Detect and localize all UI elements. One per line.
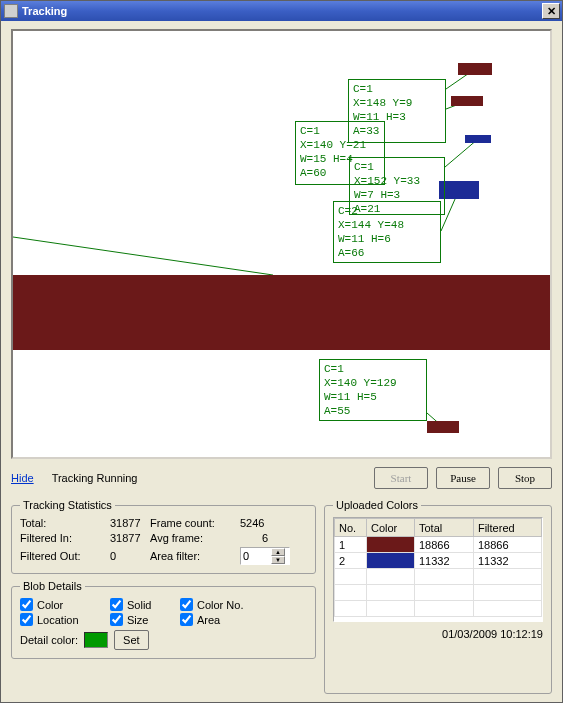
cell-filtered: 11332 — [473, 553, 541, 569]
tracking-canvas: C=1X=148 Y=9W=11 H=3A=33C=1X=140 Y=21W=1… — [11, 29, 552, 459]
pause-button[interactable]: Pause — [436, 467, 490, 489]
detail-color-swatch[interactable] — [84, 632, 108, 648]
cell-color-swatch — [367, 553, 415, 569]
blob-blue — [465, 135, 491, 143]
blob-details-panel: Blob Details Color Solid Color No. Locat… — [11, 580, 316, 659]
chk-colorno-box[interactable] — [180, 598, 193, 611]
chk-size[interactable]: Size — [110, 613, 180, 626]
blob-red — [458, 63, 492, 75]
start-button[interactable]: Start — [374, 467, 428, 489]
tracking-window: Tracking ✕ C=1X=148 Y=9W=11 H=3A=33C=1X=… — [0, 0, 563, 703]
track-annotation: C=1X=140 Y=129W=11 H=5A=55 — [319, 359, 427, 421]
uploaded-legend: Uploaded Colors — [333, 499, 421, 511]
th-filtered[interactable]: Filtered — [473, 519, 541, 537]
blob-red — [451, 96, 483, 106]
uploaded-colors-panel: Uploaded Colors No. Color Total Filtered — [324, 499, 552, 694]
titlebar: Tracking ✕ — [1, 1, 562, 21]
blob-red — [427, 421, 459, 433]
avgframe-value: 6 — [240, 532, 290, 544]
blob-blue — [439, 181, 479, 199]
table-row-empty — [335, 569, 542, 585]
timestamp: 01/03/2009 10:12:19 — [333, 628, 543, 640]
hide-link[interactable]: Hide — [11, 472, 34, 484]
chk-size-box[interactable] — [110, 613, 123, 626]
th-total[interactable]: Total — [415, 519, 474, 537]
panels: Tracking Statistics Total: 31877 Frame c… — [11, 499, 552, 694]
chk-area-box[interactable] — [180, 613, 193, 626]
areafilter-spinner[interactable]: ▲ ▼ — [240, 547, 290, 565]
chk-color[interactable]: Color — [20, 598, 110, 611]
framecount-value: 5246 — [240, 517, 290, 529]
table-row-empty — [335, 601, 542, 617]
control-row: Hide Tracking Running Start Pause Stop — [11, 467, 552, 489]
uploaded-colors-table: No. Color Total Filtered 118866188662113… — [334, 518, 542, 617]
horizontal-band — [13, 275, 550, 350]
set-button[interactable]: Set — [114, 630, 149, 650]
th-color[interactable]: Color — [367, 519, 415, 537]
track-annotation: C=2X=144 Y=48W=11 H=6A=66 — [333, 201, 441, 263]
stop-button[interactable]: Stop — [498, 467, 552, 489]
total-value: 31877 — [110, 517, 150, 529]
total-label: Total: — [20, 517, 110, 529]
blobdetails-legend: Blob Details — [20, 580, 85, 592]
filtered-out-label: Filtered Out: — [20, 550, 110, 562]
areafilter-down-icon[interactable]: ▼ — [271, 556, 285, 564]
table-row[interactable]: 21133211332 — [335, 553, 542, 569]
svg-line-0 — [13, 237, 273, 275]
chk-solid[interactable]: Solid — [110, 598, 180, 611]
window-title: Tracking — [22, 5, 542, 17]
close-icon[interactable]: ✕ — [542, 3, 560, 19]
chk-location-box[interactable] — [20, 613, 33, 626]
cell-total: 11332 — [415, 553, 474, 569]
areafilter-label: Area filter: — [150, 550, 240, 562]
chk-location[interactable]: Location — [20, 613, 110, 626]
filtered-in-value: 31877 — [110, 532, 150, 544]
cell-no: 1 — [335, 537, 367, 553]
chk-solid-box[interactable] — [110, 598, 123, 611]
chk-colorno[interactable]: Color No. — [180, 598, 307, 611]
areafilter-up-icon[interactable]: ▲ — [271, 548, 285, 556]
cell-filtered: 18866 — [473, 537, 541, 553]
chk-color-box[interactable] — [20, 598, 33, 611]
table-row-empty — [335, 585, 542, 601]
detail-color-label: Detail color: — [20, 634, 78, 646]
cell-total: 18866 — [415, 537, 474, 553]
filtered-in-label: Filtered In: — [20, 532, 110, 544]
cell-no: 2 — [335, 553, 367, 569]
cell-color-swatch — [367, 537, 415, 553]
table-row[interactable]: 11886618866 — [335, 537, 542, 553]
areafilter-input[interactable] — [241, 548, 271, 564]
status-text: Tracking Running — [52, 472, 138, 484]
filtered-out-value: 0 — [110, 550, 150, 562]
chk-area[interactable]: Area — [180, 613, 307, 626]
framecount-label: Frame count: — [150, 517, 240, 529]
tracking-statistics-panel: Tracking Statistics Total: 31877 Frame c… — [11, 499, 316, 574]
avgframe-label: Avg frame: — [150, 532, 240, 544]
stats-legend: Tracking Statistics — [20, 499, 115, 511]
app-icon — [4, 4, 18, 18]
th-no[interactable]: No. — [335, 519, 367, 537]
svg-line-3 — [445, 139, 478, 167]
uploaded-colors-table-wrap[interactable]: No. Color Total Filtered 118866188662113… — [333, 517, 543, 622]
content-area: C=1X=148 Y=9W=11 H=3A=33C=1X=140 Y=21W=1… — [1, 21, 562, 702]
